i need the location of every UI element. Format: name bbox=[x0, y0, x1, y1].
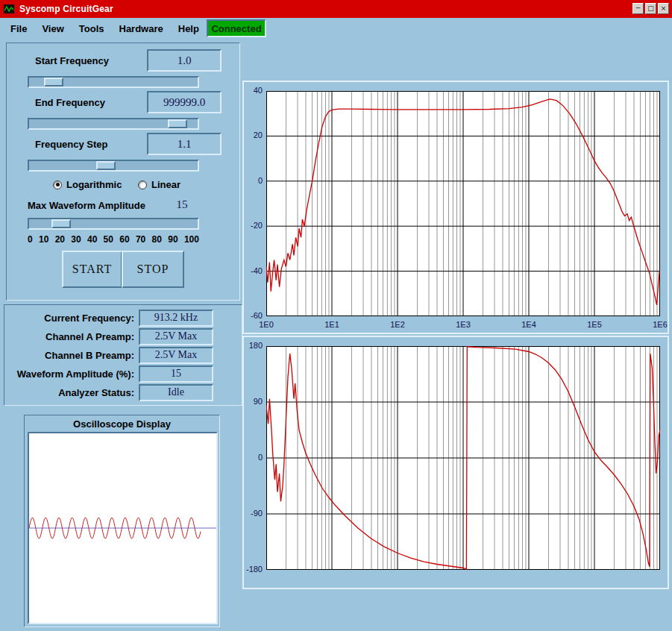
radio-button-icon bbox=[138, 180, 147, 189]
maximize-button[interactable]: □ bbox=[645, 3, 656, 14]
menu-bar: File View Tools Hardware Help Connected bbox=[0, 18, 672, 40]
phase-plot-canvas bbox=[266, 346, 660, 570]
amplitude-tick-label: 50 bbox=[104, 234, 113, 245]
oscilloscope-panel: Oscilloscope Display bbox=[24, 415, 220, 627]
y-axis-tick-label: 90 bbox=[244, 397, 263, 406]
amplitude-tick-label: 40 bbox=[87, 234, 97, 245]
x-axis-tick-label: 1E6 bbox=[649, 320, 671, 329]
close-button[interactable]: × bbox=[658, 3, 669, 14]
slider-thumb[interactable] bbox=[44, 78, 63, 87]
end-frequency-label: End Frequency bbox=[35, 97, 105, 108]
connected-indicator[interactable]: Connected bbox=[207, 19, 266, 37]
menu-file[interactable]: File bbox=[3, 19, 34, 38]
x-axis-tick-label: 1E3 bbox=[452, 320, 474, 329]
radio-linear[interactable]: Linear bbox=[138, 179, 180, 190]
menu-hardware[interactable]: Hardware bbox=[112, 19, 171, 38]
max-amplitude-slider[interactable] bbox=[28, 218, 199, 230]
status-panel: Current Frequency: 913.2 kHz Channel A P… bbox=[4, 304, 242, 406]
bode-phase-plot-panel: 180900-90-180 bbox=[242, 336, 669, 589]
end-frequency-value[interactable]: 999999.0 bbox=[147, 91, 222, 113]
y-axis-tick-label: 40 bbox=[244, 86, 263, 95]
frequency-step-value[interactable]: 1.1 bbox=[147, 133, 222, 155]
y-axis-tick-label: -60 bbox=[244, 311, 263, 320]
menu-view[interactable]: View bbox=[34, 19, 71, 38]
frequency-step-label: Frequency Step bbox=[35, 139, 108, 150]
y-axis-tick-label: 20 bbox=[244, 131, 263, 139]
amplitude-tick-label: 70 bbox=[136, 234, 145, 245]
magnitude-plot-canvas bbox=[266, 91, 660, 316]
stop-button[interactable]: STOP bbox=[122, 251, 184, 288]
radio-logarithmic[interactable]: Logarithmic bbox=[53, 179, 122, 190]
channel-b-preamp-value: 2.5V Max bbox=[139, 347, 213, 364]
y-axis-tick-label: -20 bbox=[244, 221, 263, 230]
channel-a-preamp-label: Channel A Preamp: bbox=[7, 331, 139, 342]
amplitude-tick-label: 30 bbox=[71, 234, 81, 245]
waveform-amplitude-value: 15 bbox=[139, 365, 213, 383]
y-axis-tick-label: 0 bbox=[244, 176, 263, 185]
start-frequency-value[interactable]: 1.0 bbox=[147, 49, 222, 72]
amplitude-tick-label: 0 bbox=[28, 234, 33, 245]
frequency-step-slider[interactable] bbox=[28, 160, 199, 172]
amplitude-scale-ticks: 0102030405060708090100 bbox=[28, 234, 199, 245]
start-button[interactable]: START bbox=[62, 251, 122, 288]
amplitude-tick-label: 20 bbox=[55, 234, 65, 245]
y-axis-tick-label: -40 bbox=[244, 266, 263, 275]
radio-button-icon bbox=[53, 180, 62, 189]
app-icon bbox=[3, 3, 15, 15]
max-amplitude-label: Max Waveform Amplitude bbox=[28, 200, 145, 211]
current-frequency-label: Current Frequency: bbox=[7, 313, 139, 324]
radio-logarithmic-label: Logarithmic bbox=[66, 179, 122, 190]
analyzer-status-label: Analyzer Status: bbox=[7, 387, 139, 398]
oscilloscope-title: Oscilloscope Display bbox=[25, 418, 219, 430]
amplitude-tick-label: 10 bbox=[39, 234, 48, 245]
oscilloscope-display bbox=[28, 432, 218, 624]
sweep-control-panel: Start Frequency 1.0 End Frequency 999999… bbox=[6, 43, 240, 301]
start-frequency-label: Start Frequency bbox=[35, 55, 109, 66]
y-axis-tick-label: 180 bbox=[244, 341, 263, 350]
amplitude-tick-label: 90 bbox=[168, 234, 178, 245]
menu-help[interactable]: Help bbox=[171, 19, 207, 38]
window-title: Syscomp CircuitGear bbox=[19, 4, 113, 14]
amplitude-tick-label: 60 bbox=[119, 234, 129, 245]
slider-thumb[interactable] bbox=[51, 219, 71, 228]
channel-b-preamp-label: Channel B Preamp: bbox=[7, 350, 139, 361]
slider-thumb[interactable] bbox=[96, 161, 116, 170]
start-frequency-slider[interactable] bbox=[28, 76, 199, 88]
y-axis-tick-label: 0 bbox=[244, 453, 263, 462]
current-frequency-value: 913.2 kHz bbox=[139, 310, 213, 327]
radio-linear-label: Linear bbox=[151, 179, 180, 190]
title-bar[interactable]: Syscomp CircuitGear ─ □ × bbox=[0, 0, 672, 18]
x-axis-tick-label: 1E5 bbox=[583, 320, 606, 329]
x-axis-tick-label: 1E0 bbox=[255, 320, 277, 329]
y-axis-tick-label: -90 bbox=[244, 509, 263, 518]
amplitude-tick-label: 80 bbox=[152, 234, 162, 245]
max-amplitude-value: 15 bbox=[160, 198, 204, 211]
y-axis-tick-label: -180 bbox=[244, 565, 263, 574]
end-frequency-slider[interactable] bbox=[28, 118, 199, 130]
slider-thumb[interactable] bbox=[168, 119, 187, 128]
analyzer-status-value: Idle bbox=[139, 384, 213, 401]
x-axis-tick-label: 1E2 bbox=[386, 320, 409, 329]
channel-a-preamp-value: 2.5V Max bbox=[139, 328, 213, 345]
bode-magnitude-plot-panel: 40200-20-40-601E01E11E21E31E41E51E6 bbox=[242, 81, 669, 334]
x-axis-tick-label: 1E1 bbox=[321, 320, 343, 329]
waveform-amplitude-label: Waveform Amplitude (%): bbox=[7, 368, 139, 380]
scale-mode-radios: Logarithmic Linear bbox=[7, 179, 239, 192]
menu-tools[interactable]: Tools bbox=[72, 19, 112, 38]
x-axis-tick-label: 1E4 bbox=[518, 320, 540, 329]
minimize-button[interactable]: ─ bbox=[632, 3, 644, 14]
amplitude-tick-label: 100 bbox=[184, 234, 199, 245]
